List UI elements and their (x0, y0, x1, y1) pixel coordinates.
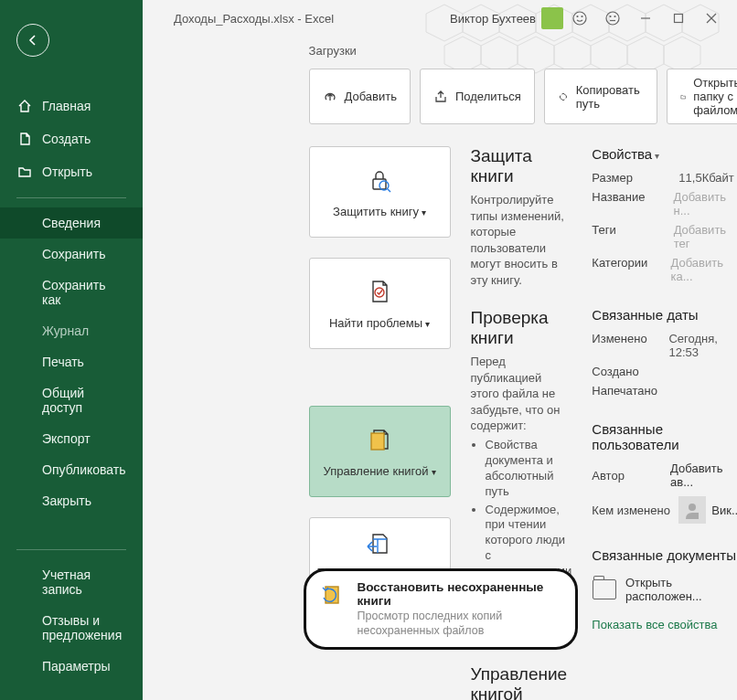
nav-publish[interactable]: Опубликовать (0, 454, 143, 485)
svg-point-16 (577, 16, 578, 17)
nav-print[interactable]: Печать (0, 346, 143, 377)
nav-feedback[interactable]: Отзывы и предложения (0, 605, 143, 651)
recover-unsaved-popup[interactable]: Восстановить несохраненные книги Просмот… (304, 568, 578, 650)
back-button[interactable] (16, 24, 49, 57)
action-row: Добавить Поделиться Копировать путь Откр… (309, 69, 717, 124)
nav-options[interactable]: Параметры (0, 651, 143, 682)
nav-save[interactable]: Сохранить (0, 239, 143, 270)
nav-close[interactable]: Закрыть (0, 485, 143, 516)
properties-column: Свойства▾ Размер11,5Кбайт НазваниеДобави… (592, 146, 737, 700)
nav-export[interactable]: Экспорт (0, 423, 143, 454)
nav-saveas[interactable]: Сохранить как (0, 270, 143, 315)
recover-icon (319, 580, 347, 608)
protect-workbook-card[interactable]: Защитить книгу▾ (309, 146, 451, 238)
dates-heading: Связанные даты (592, 307, 737, 323)
browser-view-icon (366, 531, 393, 558)
protect-heading: Защита книги (471, 146, 572, 186)
protect-desc: Контролируйте типы изменений, которые по… (471, 192, 572, 288)
manage-book-icon (366, 424, 393, 457)
manage-workbook-card[interactable]: Управление книгой▾ (309, 406, 451, 497)
share-button[interactable]: Поделиться (420, 69, 535, 124)
nav-new[interactable]: Создать (0, 122, 143, 155)
open-location-button[interactable]: Открыть расположен... (592, 572, 737, 607)
openfolder-button[interactable]: Открыть папку с файлом (667, 69, 737, 124)
content-area: Загрузки Добавить Поделиться Копировать … (289, 0, 737, 700)
add-author-link[interactable]: Добавить ав... (670, 461, 737, 489)
popup-title: Восстановить несохраненные книги (358, 580, 562, 608)
svg-line-27 (388, 189, 390, 192)
nav-account[interactable]: Учетная запись (0, 559, 143, 605)
breadcrumb: Загрузки (309, 44, 717, 58)
svg-point-19 (610, 16, 611, 17)
docs-heading: Связанные документы (592, 547, 737, 563)
nav-info[interactable]: Сведения (0, 207, 143, 239)
svg-point-15 (573, 12, 586, 25)
card-column: Защитить книгу▾ Найти проблемы▾ Управлен… (309, 146, 451, 700)
file-title: Доходы_Расходы.xlsx - Excel (174, 12, 334, 26)
svg-point-17 (582, 16, 582, 17)
add-categories-link[interactable]: Добавить ка... (671, 256, 737, 283)
copypath-button[interactable]: Копировать путь (544, 69, 657, 124)
face-smile-icon[interactable] (563, 2, 596, 35)
svg-point-31 (689, 504, 696, 511)
manage-heading: Управление книгой (471, 664, 572, 700)
new-file-icon (16, 131, 33, 147)
svg-point-20 (614, 16, 615, 17)
user-name[interactable]: Виктор Бухтеев (450, 12, 536, 26)
properties-heading[interactable]: Свойства▾ (592, 146, 737, 162)
open-folder-icon (16, 164, 33, 180)
user-avatar[interactable] (541, 7, 563, 29)
nav-open[interactable]: Открыть (0, 155, 143, 188)
svg-rect-29 (371, 433, 384, 450)
modifier-avatar (678, 496, 706, 524)
svg-rect-22 (675, 15, 683, 23)
nav-history: Журнал (0, 315, 143, 346)
minimize-icon[interactable] (629, 2, 662, 35)
show-all-props-link[interactable]: Показать все свойства (592, 618, 737, 631)
users-heading: Связанные пользователи (592, 421, 737, 452)
sidebar: Главная Создать Открыть Сведения Сохрани… (0, 0, 143, 700)
nav-share[interactable]: Общий доступ (0, 377, 143, 423)
add-title-link[interactable]: Добавить н... (674, 190, 737, 217)
inspect-icon (366, 276, 393, 309)
titlebar: Доходы_Расходы.xlsx - Excel Виктор Бухте… (146, 0, 737, 37)
close-icon[interactable] (695, 2, 728, 35)
add-tags-link[interactable]: Добавить тег (674, 223, 737, 250)
inspect-item-1: Свойства документа и абсолютный путь (486, 438, 572, 500)
folder-icon (593, 579, 616, 599)
inspect-heading: Проверка книги (471, 308, 572, 348)
lock-icon (366, 164, 393, 197)
home-icon (16, 98, 33, 114)
face-neutral-icon[interactable] (596, 2, 629, 35)
svg-point-28 (375, 288, 384, 297)
inspect-workbook-card[interactable]: Найти проблемы▾ (309, 258, 451, 349)
svg-point-18 (606, 12, 619, 25)
nav-home[interactable]: Главная (0, 90, 143, 122)
upload-button[interactable]: Добавить (309, 69, 411, 124)
inspect-desc: Перед публикацией этого файла не забудьт… (471, 354, 572, 434)
maximize-icon[interactable] (662, 2, 695, 35)
popup-subtitle: Просмотр последних копий несохраненных ф… (358, 610, 562, 638)
